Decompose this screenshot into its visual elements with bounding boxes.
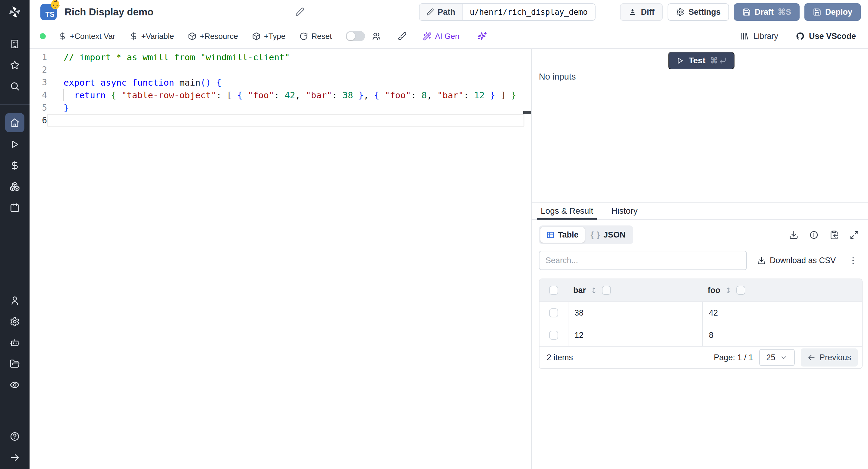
sidebar-item-settings[interactable]: [9, 316, 20, 327]
multiplayer-users-icon[interactable]: [372, 31, 381, 41]
test-shortcut: ⌘: [710, 56, 727, 65]
download-result-icon[interactable]: [789, 230, 798, 240]
return-key-icon: [719, 57, 727, 64]
column-header-foo[interactable]: foo: [702, 286, 862, 295]
sidebar-item-schedules[interactable]: [9, 202, 20, 213]
help-icon[interactable]: [9, 431, 20, 442]
line-number[interactable]: 2: [30, 64, 62, 76]
sort-icon[interactable]: [724, 286, 733, 294]
code-line[interactable]: return { "table-row-object": [ { "foo": …: [64, 89, 522, 101]
table-row[interactable]: 12 8: [539, 324, 862, 346]
code-line[interactable]: [64, 64, 522, 76]
expand-sidebar-icon[interactable]: [9, 452, 20, 463]
add-variable-button[interactable]: +Variable: [129, 32, 174, 41]
rotate-icon: [299, 32, 308, 41]
package-icon: [188, 32, 196, 41]
table-options-kebab-icon[interactable]: [848, 256, 858, 265]
code-line[interactable]: // import * as wmill from "windmill-clie…: [64, 51, 522, 64]
reset-button[interactable]: Reset: [299, 32, 332, 41]
code-editor[interactable]: 123456 // import * as wmill from "windmi…: [30, 49, 531, 469]
add-context-var-button[interactable]: +Context Var: [58, 32, 116, 41]
connection-status-dot: [40, 33, 46, 39]
sidebar: [0, 0, 30, 469]
path-value: u/henri/rich_display_demo: [463, 4, 595, 20]
draft-shortcut: ⌘S: [778, 7, 791, 17]
save-icon: [742, 8, 751, 16]
pagination-controls: Page: 1 / 1 25 Previous: [714, 348, 858, 367]
workspace-icon[interactable]: [9, 39, 20, 50]
settings-button[interactable]: Settings: [668, 3, 729, 21]
multiplayer-toggle[interactable]: [346, 31, 365, 41]
result-controls-row: Table { } JSON: [539, 225, 861, 244]
windmill-logo[interactable]: [0, 0, 30, 24]
sidebar-item-workers[interactable]: [9, 337, 20, 348]
code-line[interactable]: export async function main() {: [64, 76, 522, 89]
sort-icon[interactable]: [590, 286, 598, 294]
favorites-star-icon[interactable]: [9, 60, 20, 70]
code-line[interactable]: }: [64, 101, 522, 114]
topbar: TS 👶 Rich Display demo Path u/henri/rich…: [30, 0, 868, 24]
ai-gen-button[interactable]: AI Gen: [423, 32, 459, 41]
code-line[interactable]: [64, 114, 522, 127]
line-number[interactable]: 6: [30, 114, 62, 127]
editor-toolbar: +Context Var +Variable +Resource +Type R…: [30, 24, 868, 49]
edit-summary-pencil-icon[interactable]: [295, 7, 304, 17]
editor-gutter[interactable]: 123456: [30, 51, 62, 127]
table-footer: 2 items Page: 1 / 1 25 Previous: [539, 346, 862, 368]
table-row[interactable]: 38 42: [539, 302, 862, 324]
sidebar-item-variables[interactable]: [9, 160, 20, 171]
draft-button[interactable]: Draft⌘S: [734, 3, 800, 21]
script-title: Rich Display demo: [64, 6, 153, 18]
line-number[interactable]: 5: [30, 101, 62, 114]
sidebar-item-home[interactable]: [5, 113, 24, 132]
copy-to-clipboard-icon[interactable]: [830, 230, 839, 240]
column-header-bar[interactable]: bar: [568, 286, 702, 295]
sidebar-item-resources[interactable]: [9, 181, 20, 192]
wand-sparkles-icon: [423, 32, 432, 41]
sidebar-item-audit-logs[interactable]: [9, 379, 20, 390]
view-toggle-json[interactable]: { } JSON: [585, 227, 632, 243]
table-header-row: bar foo: [539, 279, 862, 302]
line-number[interactable]: 3: [30, 76, 62, 89]
search-input[interactable]: [539, 251, 747, 270]
column-filter-box[interactable]: [736, 286, 745, 295]
ai-sparkles-icon[interactable]: [477, 31, 487, 41]
expand-result-icon[interactable]: [849, 230, 859, 240]
tab-logs-result[interactable]: Logs & Result: [538, 202, 595, 219]
save-icon: [813, 8, 821, 16]
sidebar-item-users[interactable]: [9, 295, 20, 306]
download-csv-button[interactable]: Download as CSV: [757, 256, 836, 265]
column-filter-box[interactable]: [602, 286, 611, 295]
row-checkbox[interactable]: [549, 331, 558, 340]
result-table: bar foo 38 42 1: [539, 279, 863, 369]
line-number[interactable]: 4: [30, 89, 62, 101]
diff-button[interactable]: Diff: [620, 3, 663, 21]
result-section: Logs & Result History Table { } JSON: [532, 202, 868, 469]
tab-history[interactable]: History: [609, 202, 640, 219]
path-field[interactable]: Path u/henri/rich_display_demo: [419, 3, 595, 21]
sidebar-top-group: [9, 39, 20, 102]
sidebar-item-folders[interactable]: [9, 358, 20, 369]
deploy-button[interactable]: Deploy: [804, 3, 861, 21]
page-size-select[interactable]: 25: [759, 349, 795, 366]
result-tabbar: Logs & Result History: [532, 202, 868, 220]
test-button[interactable]: Test ⌘: [668, 52, 735, 69]
chevron-down-icon: [780, 354, 787, 362]
row-checkbox[interactable]: [549, 308, 558, 317]
code-lines[interactable]: // import * as wmill from "windmill-clie…: [64, 51, 522, 127]
select-all-checkbox[interactable]: [549, 286, 558, 295]
add-type-button[interactable]: +Type: [252, 32, 286, 41]
add-resource-button[interactable]: +Resource: [188, 32, 238, 41]
library-button[interactable]: Library: [740, 32, 778, 41]
toolbar-right-group: Library Use VScode: [740, 32, 856, 41]
path-label: Path: [438, 7, 456, 17]
line-number[interactable]: 1: [30, 51, 62, 64]
table-search-row: Download as CSV: [539, 251, 861, 270]
view-toggle-table[interactable]: Table: [540, 227, 585, 243]
format-code-icon[interactable]: [398, 31, 407, 41]
previous-page-button[interactable]: Previous: [801, 348, 858, 367]
info-icon[interactable]: [809, 230, 818, 240]
use-vscode-button[interactable]: Use VScode: [796, 32, 856, 41]
sidebar-item-runs[interactable]: [9, 139, 20, 150]
search-icon[interactable]: [9, 81, 20, 92]
